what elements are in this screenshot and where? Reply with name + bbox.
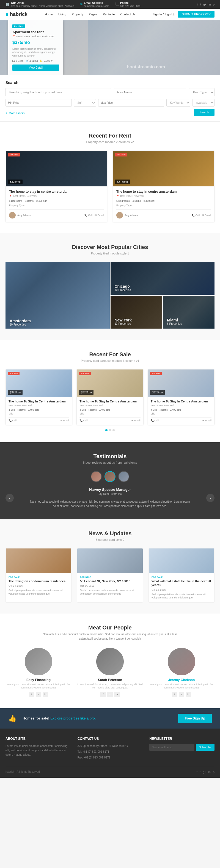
nav-rentable[interactable]: Rentable [103,12,115,16]
newsletter-subscribe-button[interactable]: Subscribe [196,744,215,751]
footer-facebook-icon[interactable]: f [197,770,197,774]
city-miami[interactable]: Miami 8 Properties [163,296,215,329]
person-linkedin-icon[interactable]: in [43,692,48,697]
footer-pinterest-icon[interactable]: p [213,770,215,774]
search-submit-button[interactable]: Search [194,109,215,116]
news-article-title[interactable]: The lexington condominium residences [8,579,68,583]
sale-footer: 📞 Call ✉ Email [151,417,212,422]
news-article-title[interactable]: What will real estate be like in the nex… [152,579,212,587]
footer-about: ABOUT SITE Lorem ipsum dolor sit amet, c… [5,737,71,761]
dot-3[interactable] [112,429,115,431]
hero-cta-button[interactable]: View Detail [12,64,59,71]
property-badge: For Rent [8,153,20,156]
google-icon[interactable]: g+ [203,3,206,6]
submit-property-button[interactable]: SUBMIT PROPERTY [178,11,215,18]
hero-section: For Rent Apartment for rent 📍 5 Best Str… [0,20,220,75]
logo[interactable]: ■ habrick [5,11,28,17]
pinterest-icon[interactable]: p [213,3,215,6]
property-type: Property Type [9,204,104,207]
call-action[interactable]: 📞 Call [84,214,92,217]
dot-1[interactable] [105,429,108,431]
twitter-icon[interactable]: t [200,3,201,6]
cities-section: Discover Most Popular Cities Property ti… [0,233,220,340]
linkedin-icon[interactable]: in [209,3,211,6]
testimonial-avatar-1[interactable] [91,471,102,482]
sale-email[interactable]: ✉ Email [60,419,69,422]
hero-price: $375/mo [12,40,59,45]
cta-button[interactable]: Free Sign Up [178,714,212,723]
search-maxprice-input[interactable] [98,99,164,106]
sale-call[interactable]: 📞 Call [80,419,87,422]
topbar-social[interactable]: f t g+ in p [197,3,215,6]
agent-name: Amy Adams [125,214,138,217]
footer-social: f t g+ in p [197,770,215,774]
sale-email[interactable]: ✉ Email [132,419,140,422]
property-body: The home to stay in centre amsterdam 📍 B… [6,186,107,222]
person-linkedin-icon[interactable]: in [114,692,120,697]
sale-beds: 4 Bed [8,408,15,411]
nav-contact[interactable]: Contact Us [120,12,135,16]
testimonial-prev-button[interactable]: ‹ [5,494,14,502]
person-card-3: Jeremy Clarkson Lorem ipsum dolor sit am… [148,648,215,697]
city-chicago[interactable]: Chicago 10 Properties [111,262,215,295]
sale-body: The home To Stay In Centre Amsterdam Bes… [6,397,72,425]
search-available-select[interactable]: Available [192,99,215,106]
search-sqft-select[interactable]: Sqft [74,99,96,106]
hero-card: For Rent Apartment for rent 📍 5 Best Str… [8,20,63,75]
footer-twitter-icon[interactable]: t [200,770,200,774]
hero-baths: 🚿 4 Baths [26,60,38,62]
topbar-info: 🏢 Our Office 329 Queensberry Street, Nor… [5,1,140,7]
search-keywords-select[interactable]: Key Words [166,99,190,106]
city-newyork[interactable]: New York 13 Properties [111,296,162,329]
nav-home[interactable]: Home [45,12,53,16]
sale-type: Villa [8,412,69,415]
nav-pages[interactable]: Pages [88,12,97,16]
more-filters-toggle[interactable]: + More Filters [5,112,25,115]
testimonial-next-button[interactable]: › [206,494,215,502]
property-name: The home to stay in centre amsterdam [9,190,104,193]
person-facebook-icon[interactable]: f [172,692,177,697]
search-area-input[interactable] [114,88,186,96]
email-action[interactable]: ✉ Email [94,214,104,217]
person-twitter-icon[interactable]: t [36,692,41,697]
footer-google-icon[interactable]: g+ [203,770,206,774]
search-address-input[interactable] [5,88,111,96]
testimonial-avatar-2[interactable] [105,471,115,482]
footer-linkedin-icon[interactable]: in [208,770,211,774]
city-amsterdam[interactable]: Amsterdam 10 Properties [5,262,110,330]
person-twitter-icon[interactable]: t [179,692,184,697]
cta-text-link[interactable]: Explore properties like a pro. [50,716,96,720]
sale-image: For Sale $375/mo [77,370,143,397]
sale-address: Best Street, New York [80,404,140,407]
sale-call[interactable]: 📞 Call [151,419,159,422]
person-photo-2 [96,648,124,675]
sale-call[interactable]: 📞 Call [8,419,17,422]
sale-email[interactable]: ✉ Email [202,419,212,422]
thumb-icon: 👍 [8,715,17,722]
hero-beds: 🛏 3 Beds [12,60,23,62]
news-excerpt: Sed ut perspiciatis unde omnis iste natu… [8,589,68,595]
call-action[interactable]: 📞 Call [192,214,200,217]
dot-2[interactable] [109,429,111,431]
news-article-title[interactable]: 55 Leonard St, New York, NY 10013 [80,579,140,583]
sign-in-link[interactable]: Sign In / Sign Up [153,12,175,16]
search-proptype-select[interactable]: Prop Type [189,88,215,96]
person-facebook-icon[interactable]: f [100,692,106,697]
person-linkedin-icon[interactable]: in [186,692,191,697]
news-category: For Sale [8,576,68,579]
search-minprice-input[interactable] [5,99,72,106]
nav-property[interactable]: Property [72,12,83,16]
sale-price: $375/mo [8,390,23,395]
testimonial-avatar-3[interactable] [118,471,129,482]
news-card: For Sale 55 Leonard St, New York, NY 100… [77,548,143,602]
property-agent: Amy Adams [116,212,138,218]
person-twitter-icon[interactable]: t [107,692,113,697]
baths-feature: 4 Baths [25,199,34,202]
email-action[interactable]: ✉ Email [202,214,211,217]
nav-living[interactable]: Living [58,12,66,16]
person-facebook-icon[interactable]: f [29,692,34,697]
newsletter-email-input[interactable] [149,744,194,751]
facebook-icon[interactable]: f [197,3,198,6]
sale-features: 4 Bed 4 Baths 2,400 sqft [80,408,140,411]
sale-footer: 📞 Call ✉ Email [80,417,140,422]
